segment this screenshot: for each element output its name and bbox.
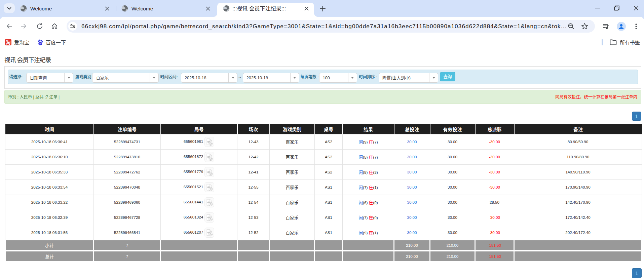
svg-text:du: du — [39, 42, 42, 45]
